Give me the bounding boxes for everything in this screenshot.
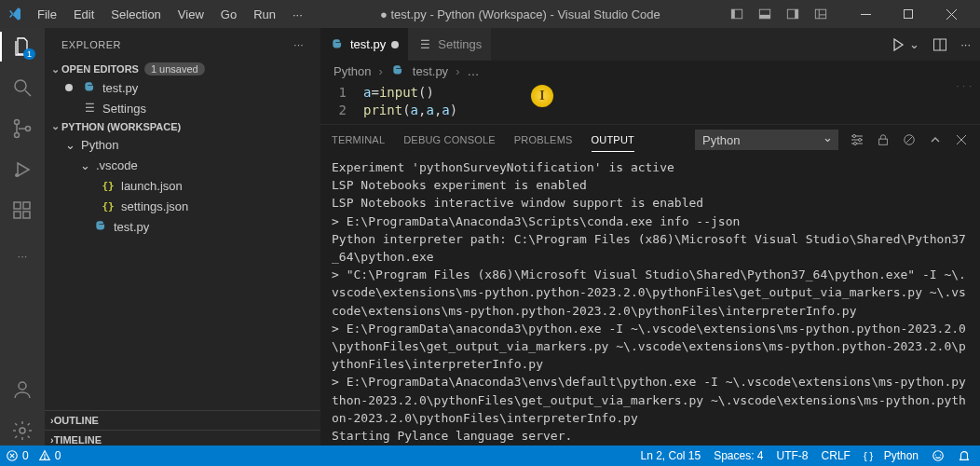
- sidebar-title: EXPLORER: [61, 39, 121, 50]
- close-button[interactable]: [930, 0, 973, 28]
- code-editor[interactable]: ··· 1 a = input() 2 print(a, a, a) I: [320, 81, 980, 124]
- minimize-button[interactable]: [844, 0, 887, 28]
- open-editor-testpy[interactable]: test.py: [45, 77, 320, 98]
- svg-rect-20: [14, 202, 20, 209]
- panel-tab-debug-console[interactable]: DEBUG CONSOLE: [403, 129, 496, 151]
- menu-run[interactable]: Run: [246, 4, 283, 25]
- close-panel-icon[interactable]: [954, 132, 969, 147]
- customize-layout-icon[interactable]: [814, 7, 827, 21]
- status-encoding[interactable]: UTF-8: [777, 449, 809, 462]
- timeline-label: TIMELINE: [54, 434, 102, 445]
- tab-label: Settings: [438, 37, 482, 51]
- status-spaces[interactable]: Spaces: 4: [714, 449, 763, 462]
- outline-header[interactable]: › OUTLINE: [45, 410, 320, 430]
- filter-settings-icon[interactable]: [850, 132, 864, 147]
- svg-point-16: [15, 133, 20, 138]
- layout-panel-icon[interactable]: [758, 7, 771, 21]
- chevron-down-icon: ⌄: [48, 63, 61, 75]
- editor-area: test.py ☰ Settings ⌄ ··· Python › test.p…: [320, 28, 980, 449]
- status-warnings-count: 0: [55, 449, 61, 462]
- maximize-button[interactable]: [887, 0, 930, 28]
- output-channel-select[interactable]: Python: [695, 130, 838, 150]
- python-file-icon: [330, 37, 345, 52]
- unsaved-badge: 1 unsaved: [144, 62, 205, 75]
- svg-marker-18: [18, 163, 29, 176]
- breadcrumb-file[interactable]: test.py: [413, 64, 448, 78]
- svg-line-37: [906, 137, 913, 144]
- lock-scroll-icon[interactable]: [876, 132, 891, 147]
- open-editor-settings[interactable]: ☰ Settings: [45, 98, 320, 118]
- chevron-right-icon: ›: [456, 64, 459, 78]
- window-title: ● test.py - Python (Workspace) - Visual …: [310, 7, 730, 21]
- settings-gear-icon[interactable]: [11, 419, 34, 442]
- file-settings-json[interactable]: {} settings.json: [45, 196, 320, 216]
- run-dropdown-icon[interactable]: ⌄: [909, 37, 919, 51]
- open-editors-header[interactable]: ⌄ OPEN EDITORS 1 unsaved: [45, 61, 320, 77]
- status-eol[interactable]: CRLF: [822, 449, 851, 462]
- text-cursor-indicator-icon: I: [531, 85, 553, 107]
- json-file-icon: {}: [101, 199, 116, 213]
- layout-secondary-side-icon[interactable]: [786, 7, 799, 21]
- output-body[interactable]: Experiment 'pythonSurveyNotification' is…: [320, 155, 980, 449]
- panel-tab-terminal[interactable]: TERMINAL: [332, 129, 385, 151]
- source-control-icon[interactable]: [11, 117, 34, 140]
- svg-point-45: [933, 451, 944, 461]
- svg-point-32: [853, 135, 856, 138]
- menu-file[interactable]: File: [30, 4, 64, 25]
- sidebar: EXPLORER ··· ⌄ OPEN EDITORS 1 unsaved te…: [45, 28, 320, 449]
- tab-settings[interactable]: ☰ Settings: [408, 28, 491, 61]
- account-icon[interactable]: [11, 378, 34, 401]
- menu-go[interactable]: Go: [213, 4, 244, 25]
- folder-python[interactable]: ⌄ Python: [45, 134, 320, 155]
- status-errors-count: 0: [22, 449, 29, 462]
- svg-point-34: [854, 143, 857, 145]
- status-cursor-pos[interactable]: Ln 2, Col 15: [640, 449, 701, 462]
- sidebar-more-icon[interactable]: ···: [293, 39, 304, 50]
- status-feedback-icon[interactable]: [932, 449, 945, 462]
- run-debug-icon[interactable]: [11, 158, 34, 181]
- svg-point-17: [26, 127, 31, 131]
- minimap[interactable]: ···: [956, 83, 974, 91]
- editor-more-icon[interactable]: ···: [960, 37, 971, 51]
- run-play-icon[interactable]: [891, 37, 905, 52]
- status-notifications-icon[interactable]: [958, 449, 971, 462]
- open-editor-label: test.py: [102, 81, 138, 95]
- file-test-py[interactable]: test.py: [45, 216, 320, 237]
- outline-label: OUTLINE: [54, 415, 99, 426]
- panel-tab-output[interactable]: OUTPUT: [592, 129, 634, 152]
- explorer-badge: 1: [23, 48, 35, 60]
- file-label: test.py: [114, 220, 149, 234]
- clear-output-icon[interactable]: [902, 132, 917, 147]
- more-views-icon[interactable]: ···: [11, 244, 34, 267]
- settings-sliders-icon: ☰: [417, 37, 432, 52]
- panel-tab-problems[interactable]: PROBLEMS: [514, 129, 573, 151]
- tab-test-py[interactable]: test.py: [320, 28, 408, 61]
- status-errors[interactable]: 0: [6, 449, 29, 462]
- breadcrumb-root[interactable]: Python: [333, 64, 371, 78]
- svg-rect-35: [879, 139, 888, 144]
- explorer-icon[interactable]: 1: [11, 35, 34, 58]
- split-editor-icon[interactable]: [932, 37, 947, 52]
- svg-point-15: [15, 120, 20, 125]
- breadcrumbs[interactable]: Python › test.py › …: [320, 61, 980, 81]
- breadcrumb-more[interactable]: …: [467, 64, 479, 78]
- panel: TERMINAL DEBUG CONSOLE PROBLEMS OUTPUT P…: [320, 124, 980, 449]
- status-warnings[interactable]: 0: [38, 449, 61, 462]
- menu-selection[interactable]: Selection: [103, 4, 168, 25]
- status-language[interactable]: { } Python: [864, 449, 919, 462]
- search-icon[interactable]: [11, 76, 34, 99]
- layout-primary-side-icon[interactable]: [730, 7, 743, 21]
- folder-vscode[interactable]: ⌄ .vscode: [45, 155, 320, 175]
- maximize-panel-icon[interactable]: [928, 132, 943, 147]
- extensions-icon[interactable]: [11, 199, 34, 222]
- menu-view[interactable]: View: [170, 4, 211, 25]
- file-launch-json[interactable]: {} launch.json: [45, 175, 320, 196]
- workspace-label: PYTHON (WORKSPACE): [61, 121, 181, 132]
- menu-bar: File Edit Selection View Go Run ···: [30, 4, 310, 25]
- python-file-icon: [93, 219, 108, 234]
- menu-more[interactable]: ···: [285, 4, 310, 25]
- workspace-header[interactable]: ⌄ PYTHON (WORKSPACE): [45, 118, 320, 134]
- svg-point-19: [15, 173, 19, 177]
- menu-edit[interactable]: Edit: [66, 4, 102, 25]
- svg-point-25: [20, 428, 25, 433]
